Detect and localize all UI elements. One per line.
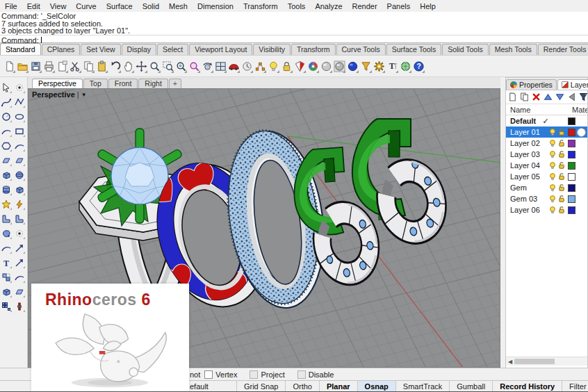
- platform-tool[interactable]: [13, 284, 26, 299]
- layer-visibility-bulb-icon[interactable]: [548, 128, 557, 136]
- status-grid-snap[interactable]: Grid Snap: [236, 381, 286, 392]
- rendered-view-icon[interactable]: [346, 58, 359, 74]
- print-icon[interactable]: [42, 58, 55, 74]
- toolbar-tab-display[interactable]: Display: [122, 44, 156, 55]
- export-icon[interactable]: [56, 58, 68, 74]
- toolbar-tab-viewport-layout[interactable]: Viewport Layout: [189, 44, 252, 55]
- layer-lock-icon[interactable]: [557, 139, 566, 147]
- explode-tool[interactable]: [0, 197, 13, 211]
- toolbar-tab-select[interactable]: Select: [157, 44, 188, 55]
- polygon-tool[interactable]: [0, 138, 13, 153]
- status-record-history[interactable]: Record History: [492, 381, 562, 392]
- text-tool[interactable]: [0, 255, 13, 270]
- layer-row[interactable]: Gem: [506, 182, 587, 193]
- menu-item-panels[interactable]: Panels: [382, 2, 416, 10]
- layer-color-swatch[interactable]: [568, 184, 575, 192]
- chevron-down-icon[interactable]: ▼: [81, 92, 87, 98]
- checkbox-icon[interactable]: [250, 370, 258, 379]
- curve-edit-tool[interactable]: [0, 240, 13, 255]
- paste-icon[interactable]: [95, 58, 108, 74]
- viewport-tab-right[interactable]: Right: [138, 79, 168, 88]
- split-tool[interactable]: [13, 211, 26, 226]
- zoom-selected-icon[interactable]: [174, 58, 187, 74]
- menu-item-solid[interactable]: Solid: [138, 2, 164, 10]
- annotation-icon[interactable]: [386, 58, 398, 74]
- layer-row[interactable]: Layer 01: [506, 126, 587, 138]
- scroll-left-icon[interactable]: ◀: [506, 357, 514, 366]
- checkbox-icon[interactable]: [297, 370, 306, 379]
- layer-lock-icon[interactable]: [557, 128, 566, 136]
- toolbar-tab-cplanes[interactable]: CPlanes: [42, 44, 81, 55]
- cylinder-tool[interactable]: [0, 182, 13, 197]
- toolbar-tab-set-view[interactable]: Set View: [81, 44, 120, 55]
- layer-lock-icon[interactable]: [557, 183, 566, 192]
- menu-item-surface[interactable]: Surface: [101, 2, 138, 10]
- save-icon[interactable]: [29, 58, 42, 74]
- toolbar-tab-surface-tools[interactable]: Surface Tools: [386, 44, 441, 55]
- scrollbar-thumb[interactable]: [514, 359, 555, 364]
- color-wheel-icon[interactable]: [307, 58, 319, 74]
- move-up-icon[interactable]: [544, 92, 553, 101]
- layer-row[interactable]: Layer 03: [506, 149, 587, 160]
- solid-edit-tool[interactable]: [13, 182, 26, 197]
- menu-item-analyze[interactable]: Analyze: [310, 2, 347, 10]
- layer-color-swatch[interactable]: [568, 173, 575, 181]
- layer-color-swatch[interactable]: [568, 195, 575, 203]
- new-layer-icon[interactable]: [508, 92, 517, 101]
- select-color-icon[interactable]: [293, 58, 306, 74]
- layer-visibility-bulb-icon[interactable]: [548, 206, 557, 214]
- rotate-icon[interactable]: [201, 58, 213, 74]
- osnap-knot-label-clipped[interactable]: not: [190, 370, 200, 379]
- layer-row[interactable]: Gem 03: [506, 193, 587, 204]
- curve-tool[interactable]: [0, 95, 13, 109]
- move-tool[interactable]: [13, 255, 26, 270]
- layer-visibility-bulb-icon[interactable]: [548, 183, 557, 192]
- status-gumball[interactable]: Gumball: [449, 381, 492, 392]
- layer-color-swatch[interactable]: [568, 140, 575, 147]
- layer-row[interactable]: Layer 06: [506, 204, 587, 215]
- rectangle-tool[interactable]: [13, 124, 26, 138]
- cplane-icon[interactable]: [254, 58, 266, 74]
- fillet-tool[interactable]: [13, 197, 26, 211]
- trim-tool[interactable]: [0, 211, 13, 226]
- viewport-layout-icon[interactable]: [214, 58, 227, 74]
- layer-visibility-bulb-icon[interactable]: [548, 150, 557, 158]
- circle-tool[interactable]: [0, 109, 13, 124]
- layer-color-swatch[interactable]: [568, 117, 575, 125]
- layer-visibility-bulb-icon[interactable]: [548, 195, 557, 203]
- shaded-view-icon[interactable]: [333, 58, 345, 74]
- move-down-icon[interactable]: [555, 92, 564, 101]
- point-tool[interactable]: [13, 80, 26, 95]
- layer-visibility-bulb-icon[interactable]: [548, 161, 557, 170]
- toolbar-tab-solid-tools[interactable]: Solid Tools: [442, 44, 489, 55]
- viewport-title[interactable]: Perspective | ▼: [32, 90, 87, 99]
- rotate-view-icon[interactable]: [135, 58, 147, 74]
- panel-horizontal-scrollbar[interactable]: ◀: [506, 357, 587, 366]
- viewport-tab-perspective[interactable]: Perspective: [32, 79, 83, 88]
- toolbar-tab-transform[interactable]: Transform: [291, 44, 335, 55]
- status-osnap[interactable]: Osnap: [357, 381, 395, 392]
- panel-splitter[interactable]: [500, 77, 505, 392]
- layer-visibility-bulb-icon[interactable]: [548, 139, 557, 147]
- surface-tool[interactable]: [0, 153, 13, 168]
- panel-tab-properties[interactable]: Properties: [506, 79, 557, 90]
- layer-color-swatch[interactable]: [568, 151, 575, 158]
- web-browser-icon[interactable]: [399, 58, 411, 74]
- boolean-tool[interactable]: [0, 226, 13, 240]
- layer-material-icon[interactable]: [577, 128, 586, 137]
- layer-lock-icon[interactable]: [557, 150, 566, 158]
- collapse-icon[interactable]: [567, 92, 576, 101]
- toolbar-tab-visibility[interactable]: Visibility: [253, 44, 291, 55]
- menu-item-render[interactable]: Render: [348, 2, 382, 10]
- selection-filter-icon[interactable]: [359, 58, 372, 74]
- layer-color-swatch[interactable]: [568, 206, 575, 214]
- status-planar[interactable]: Planar: [319, 381, 357, 392]
- status-ortho[interactable]: Ortho: [285, 381, 319, 392]
- command-area[interactable]: Command: '_SelColor7 surfaces added to s…: [0, 12, 588, 43]
- toolbar-tab-mesh-tools[interactable]: Mesh Tools: [489, 44, 537, 55]
- panel-tab-layers[interactable]: Layers: [557, 79, 588, 90]
- zoom-dynamic-icon[interactable]: [148, 58, 161, 74]
- toolbar-tab-standard[interactable]: Standard: [0, 43, 41, 55]
- undo-icon[interactable]: [108, 58, 121, 74]
- menu-item-file[interactable]: File: [0, 2, 22, 10]
